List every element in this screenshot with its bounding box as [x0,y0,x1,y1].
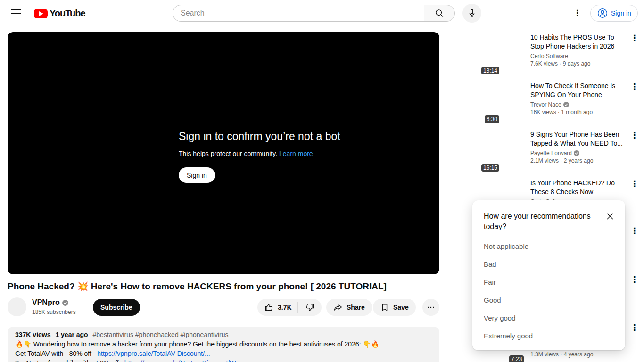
video-player[interactable]: Sign in to confirm you’re not a bot This… [8,32,439,274]
duration-badge: 6:30 [485,115,499,123]
like-button[interactable]: 3.7K [257,299,297,316]
dislike-button[interactable] [298,299,322,316]
deal2-link[interactable]: https://vpnpro.sale/Norton-Discount/W... [124,359,241,362]
header-signin-button[interactable]: Sign in [590,5,638,22]
subscribe-button[interactable]: Subscribe [93,299,140,316]
player-signin-button[interactable]: Sign in [179,167,215,183]
video-title: Phone Hacked? 💥 Here's How to remove HAC… [8,281,434,292]
ellipsis-icon [427,303,435,312]
description-deal2: Try Norton for mobile with - 58% off - h… [15,358,432,362]
video-kebab-menu-icon[interactable]: ⋮ [630,275,639,284]
youtube-logo-text: YouTube [50,8,85,19]
youtube-play-icon [34,9,48,18]
video-kebab-menu-icon[interactable]: ⋮ [630,82,639,91]
person-icon [597,8,608,19]
verified-badge-icon [62,300,68,306]
video-kebab-menu-icon[interactable]: ⋮ [630,323,639,332]
verified-badge-icon [574,150,579,156]
thumbs-up-icon [264,303,274,312]
duration-badge: 16:15 [481,164,499,172]
recommended-title: 10 Habits The PROS Use To Stop Phone Hac… [530,33,627,51]
recommended-channel: Certo Software [530,53,627,59]
video-kebab-menu-icon[interactable]: ⋮ [630,34,639,42]
microphone-icon [467,8,477,18]
player-subtext-body: This helps protect our community. [179,150,277,157]
video-kebab-menu-icon[interactable]: ⋮ [630,227,639,235]
video-kebab-menu-icon[interactable]: ⋮ [630,131,639,140]
search-button[interactable] [424,5,455,22]
description-meta: 337K views 1 year ago #bestantivirus #ph… [15,330,432,339]
deal1-link[interactable]: https://vpnpro.sale/TotalAV-Discount/... [97,350,210,357]
channel-label: Payette Forward [530,150,572,156]
verified-badge-icon [563,102,569,107]
channel-label: Trevor Nace [530,101,561,108]
recommended-meta: 7.6K views · 9 days ago [530,60,627,67]
deal2-text: Try Norton for mobile with - 58% off - [15,359,124,362]
duration-badge: 13:14 [481,67,499,74]
header-signin-label: Sign in [611,9,631,17]
upload-age: 1 year ago [55,331,88,338]
search-input[interactable] [181,9,424,17]
description-deal1: Get TotalAV with - 80% off - https://vpn… [15,349,432,358]
recommendations-survey-popup: How are your recommendations today? Not … [472,200,625,350]
survey-option-good[interactable]: Good [472,291,625,309]
survey-title: How are your recommendations today? [484,211,593,232]
description-box[interactable]: 337K views 1 year ago #bestantivirus #ph… [8,327,439,362]
save-button[interactable]: Save [373,299,416,316]
share-label: Share [347,304,365,311]
deal1-text: Get TotalAV with - 80% off - [15,350,97,357]
more-actions-button[interactable] [422,299,439,316]
survey-option-bad[interactable]: Bad [472,255,625,273]
share-icon [333,303,343,312]
survey-option-extremely-good[interactable]: Extremely good [472,327,625,345]
search-icon [434,8,445,18]
player-signin-message: Sign in to confirm you’re not a bot This… [179,130,340,183]
thumbs-down-icon [305,303,314,312]
video-thumbnail[interactable]: 6:30 [447,81,526,125]
hashtags[interactable]: #bestantivirus #phonehacked #iphoneantiv… [93,331,229,338]
recommended-channel: Payette Forward [530,150,627,156]
recommended-title: Is Your Phone HACKED? Do These 8 Checks … [530,179,627,197]
duration-badge: 7:23 [509,355,524,362]
like-dislike-pill: 3.7K [257,299,322,316]
close-icon [606,212,614,221]
video-thumbnail[interactable]: 13:14 [447,32,526,76]
header-kebab-menu-icon[interactable]: ⋮ [573,9,582,17]
survey-option-very-good[interactable]: Very good [472,309,625,327]
video-thumbnail[interactable]: 16:15 [447,129,526,173]
top-bar: YouTube ⋮ Sign in [0,0,644,26]
video-text-block[interactable]: 9 Signs Your Phone Has Been Tapped & Wha… [530,130,627,164]
recommended-channel: Trevor Nace [530,101,627,108]
recommended-video-2: 6:30 How To Check If Someone Is SPYING O… [447,81,636,125]
player-subtext: This helps protect our community.Learn m… [179,150,340,157]
save-label: Save [393,304,409,311]
survey-options: Not applicable Bad Fair Good Very good E… [472,237,625,345]
channel-label: Certo Software [530,53,568,59]
recommended-title: 9 Signs Your Phone Has Been Tapped & Wha… [530,130,627,148]
video-text-block[interactable]: 10 Habits The PROS Use To Stop Phone Hac… [530,33,627,67]
channel-name[interactable]: VPNpro [32,298,68,307]
view-count: 337K views [15,331,51,338]
bookmark-icon [380,303,389,312]
voice-search-button[interactable] [462,4,481,23]
like-count: 3.7K [278,304,292,311]
learn-more-link[interactable]: Learn more [279,150,313,157]
subscriber-count: 185K subscribers [32,309,76,315]
video-kebab-menu-icon[interactable]: ⋮ [630,180,639,188]
survey-option-not-applicable[interactable]: Not applicable [472,237,625,255]
youtube-logo[interactable]: YouTube [34,8,85,19]
description-promo-line: 🔥👇 Wondering how to remove a hacker from… [15,339,432,349]
share-button[interactable]: Share [326,299,372,316]
show-more-button[interactable]: ...more [248,359,268,362]
recommended-meta: 2.1M views · 2 years ago [530,157,627,164]
channel-avatar[interactable] [8,297,26,316]
survey-option-fair[interactable]: Fair [472,273,625,291]
menu-icon[interactable] [11,9,21,16]
recommended-meta-partial: 1.3M views · 4 years ago [530,351,593,358]
search-box [173,5,424,22]
survey-close-button[interactable] [604,211,616,222]
recommended-video-1: 13:14 10 Habits The PROS Use To Stop Pho… [447,32,636,76]
player-headline: Sign in to confirm you’re not a bot [179,130,340,143]
recommended-meta: 16K views · 1 month ago [530,109,627,115]
video-text-block[interactable]: How To Check If Someone Is SPYING On You… [530,82,627,115]
